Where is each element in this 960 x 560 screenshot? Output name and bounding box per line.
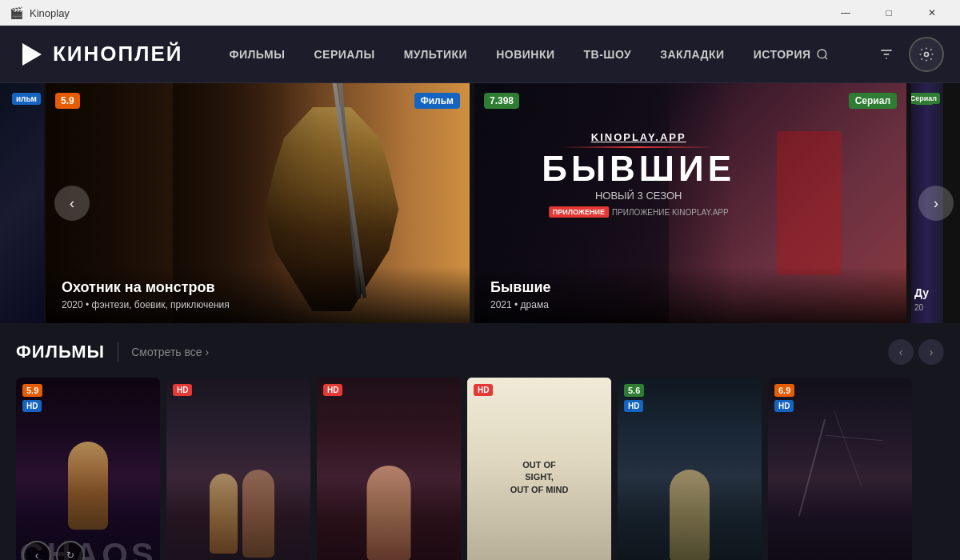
section-divider (118, 342, 118, 362)
film-hd-badge-4: HD (474, 384, 493, 396)
titlebar-left: 🎬 Kinoplay (10, 6, 70, 19)
carousel-prev-button[interactable]: ‹ (54, 186, 90, 221)
film-thumb-6[interactable]: 6.9 HD (768, 378, 912, 560)
film-hd-badge-chaos: HD (22, 400, 42, 412)
close-button[interactable]: ✕ (914, 0, 950, 26)
svg-line-2 (825, 57, 827, 59)
nav-bookmarks[interactable]: ЗАКЛАДКИ (646, 26, 738, 83)
carousel-next-button[interactable]: › (918, 186, 954, 221)
chaos-refresh-btn[interactable]: ↻ (56, 541, 85, 560)
film-rating-6: 6.9 (774, 384, 794, 397)
app-title: Kinoplay (30, 7, 70, 19)
app-url: KINOPLAY.APP (542, 131, 735, 143)
films-row: CHAOS ‹ ↻ 5.9 HD HD HD (16, 378, 944, 560)
nav-tvshow[interactable]: ТВ-ШОУ (570, 26, 646, 83)
chaos-prev-btn[interactable]: ‹ (22, 541, 51, 560)
byvshie-title-ru: БЫВШИЕ (542, 151, 735, 186)
type-badge: Фильм (414, 93, 461, 109)
byvshie-season: НОВЫЙ 3 СЕЗОН (542, 190, 735, 202)
byvshie-promo-url: ПРИЛОЖЕНИЕ KINOPLAY.APP (612, 208, 729, 217)
film-hd-badge-6: HD (774, 400, 794, 412)
film-rating-5: 5.6 (624, 384, 644, 397)
film-hd-badge-2: HD (173, 384, 192, 396)
film-rating-chaos: 5.9 (22, 384, 42, 397)
svg-point-6 (925, 52, 929, 56)
logo[interactable]: КИНОПЛЕЙ (16, 40, 183, 69)
film-thumb-out-of-sight[interactable]: OUT OF SIGHT, OUT OF MIND HD (467, 378, 611, 560)
section-next-button[interactable]: › (918, 339, 944, 365)
nav-right-actions (870, 37, 944, 72)
carousel-card-monster-hunter[interactable]: 5.9 Фильм Охотник на монстров 2020 • фэн… (46, 83, 470, 323)
navbar: КИНОПЛЕЙ ФИЛЬМЫ СЕРИАЛЫ МУЛЬТИКИ НОВИНКИ… (0, 26, 960, 83)
film-text-out-of-sight: OUT OF SIGHT, OUT OF MIND (503, 453, 575, 502)
film-thumb-chaos[interactable]: CHAOS ‹ ↻ 5.9 HD (16, 378, 160, 560)
logo-text: КИНОПЛЕЙ (53, 42, 183, 66)
carousel: ильм 5.9 Фильм (0, 83, 960, 323)
film-hd-badge-3: HD (323, 384, 342, 396)
svg-point-1 (818, 50, 826, 58)
film-thumb-5[interactable]: 5.6 HD (618, 378, 762, 560)
section-prev-button[interactable]: ‹ (888, 339, 914, 365)
section-title: ФИЛЬМЫ (16, 342, 105, 362)
maximize-button[interactable]: □ (870, 0, 907, 26)
nav-cartoons[interactable]: МУЛЬТИКИ (390, 26, 482, 83)
minimize-button[interactable]: — (827, 0, 864, 26)
filter-button[interactable] (870, 38, 902, 70)
film-thumb-2[interactable]: HD (166, 378, 310, 560)
section-header: ФИЛЬМЫ Смотреть все › ‹ › (16, 339, 944, 365)
svg-marker-0 (22, 43, 42, 66)
film-hd-badge-5: HD (624, 400, 643, 412)
carousel-card-partial-left: ильм (0, 83, 44, 323)
settings-button[interactable] (909, 37, 944, 72)
films-section: ФИЛЬМЫ Смотреть все › ‹ › CHAOS ‹ (0, 323, 960, 560)
titlebar-controls: — □ ✕ (827, 0, 950, 26)
nav-history[interactable]: ИСТОРИЯ (739, 26, 843, 83)
type-badge-byvshie: Сериал (849, 93, 897, 109)
titlebar: 🎬 Kinoplay — □ ✕ (0, 0, 960, 26)
nav-films[interactable]: ФИЛЬМЫ (215, 26, 300, 83)
app-icon: 🎬 (10, 6, 23, 19)
rating-badge-byvshie: 7.398 (484, 93, 519, 109)
rating-badge: 5.9 (55, 93, 80, 109)
logo-icon (16, 40, 45, 69)
film-thumb-3[interactable]: HD (317, 378, 461, 560)
byvshie-card-meta: 2021 • драма (490, 299, 890, 310)
carousel-card-byvshie[interactable]: KINOPLAY.APP БЫВШИЕ НОВЫЙ 3 СЕЗОН ПРИЛОЖ… (474, 83, 906, 323)
card-title: Охотник на монстров (62, 279, 454, 296)
nav-new[interactable]: НОВИНКИ (482, 26, 569, 83)
card-meta: 2020 • фэнтези, боевик, приключения (62, 299, 454, 310)
main-content: ильм 5.9 Фильм (0, 83, 960, 560)
byvshie-card-title: Бывшие (490, 279, 890, 296)
see-all-link[interactable]: Смотреть все › (131, 346, 209, 358)
section-nav: ‹ › (888, 339, 944, 365)
nav-series[interactable]: СЕРИАЛЫ (299, 26, 389, 83)
